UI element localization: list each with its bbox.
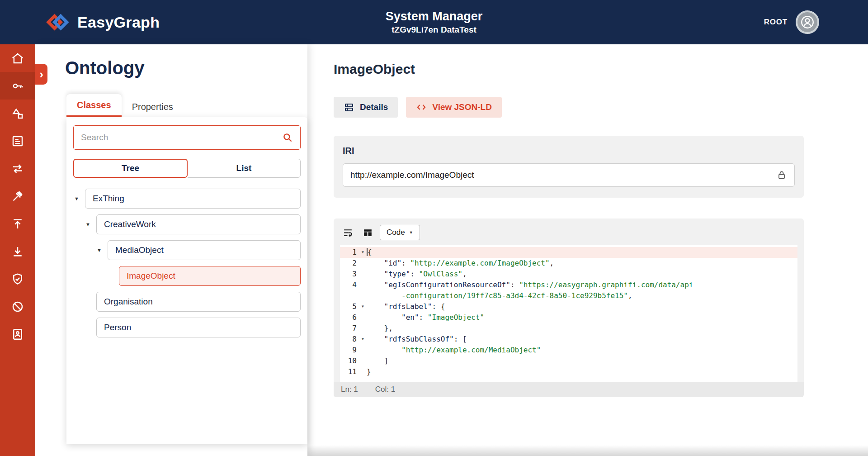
sidebar-item-block[interactable] [0,293,35,320]
line-number [340,290,359,301]
tree-row: ▼CreativeWork [73,214,301,234]
sidebar [0,44,35,456]
class-tree: ▼ExThing▼CreativeWork▼MediaObjectImageOb… [73,189,301,337]
iri-field[interactable]: http://example.com/ImageObject [343,163,795,187]
fold-spacer [359,366,367,377]
code-line[interactable]: 10 ] [340,356,797,366]
editor-mode-label: Code [387,228,405,237]
fold-spacer [359,269,367,280]
sidebar-item-shapes[interactable] [0,100,35,127]
tree-node-imageobject[interactable]: ImageObject [119,266,301,286]
line-number: 4 [340,280,359,290]
fold-spacer [359,345,367,356]
wrap-lines-icon[interactable] [340,226,355,239]
line-number: 8 [340,334,359,345]
tree-caret-icon[interactable]: ▼ [85,222,96,227]
code-line-content: -configuration/19ff7c85-a3d4-42cf-8a50-1… [367,290,797,301]
easygraph-logo-icon [43,11,69,33]
user-label: ROOT [764,18,788,27]
block-icon [11,300,24,314]
header-user-area: ROOT [764,10,868,34]
sidebar-item-key[interactable] [0,72,35,100]
app-subtitle: tZGv9Li7en DataTest [386,25,483,35]
code-line[interactable]: 7 }, [340,323,797,334]
code-line-content: { [367,247,797,258]
code-line[interactable]: 3 "type": "OwlClass", [340,269,797,280]
chevron-down-icon: ▼ [409,230,413,235]
shapes-icon [11,107,24,120]
tree-node-creativework[interactable]: CreativeWork [96,214,301,234]
key-icon [11,79,24,93]
brand-name: EasyGraph [77,14,160,31]
id-badge-icon [11,328,24,341]
editor-toolbar: Code ▼ [340,223,797,245]
sidebar-item-download[interactable] [0,238,35,265]
code-line-content: "http://example.com/MediaObject" [367,345,797,356]
editor-mode-dropdown[interactable]: Code ▼ [380,225,420,240]
code-line[interactable]: 5▼ "rdfsLabel": { [340,301,797,312]
code-line[interactable]: 6 "en": "ImageObject" [340,312,797,323]
status-col: Col: 1 [375,385,395,394]
code-line[interactable]: 11} [340,366,797,377]
toggle-tree[interactable]: Tree [73,159,188,178]
person-icon [800,14,815,30]
tree-node-mediaobject[interactable]: MediaObject [108,240,301,260]
tree-node-organisation[interactable]: Organisation [96,292,301,312]
view-json-ld-button[interactable]: View JSON-LD [406,97,502,118]
panel-expand-button[interactable]: › [35,64,47,85]
sidebar-item-home[interactable] [0,44,35,72]
brand[interactable]: EasyGraph [0,11,160,33]
code-line[interactable]: 4 "egIsConfigurationResourceOf": "https:… [340,280,797,290]
code-line-content: "type": "OwlClass", [367,269,797,280]
lock-icon [776,170,787,180]
chevron-right-icon: › [39,68,43,80]
line-number: 10 [340,356,359,366]
code-line[interactable]: 8▼ "rdfsSubClassOf": [ [340,334,797,345]
upload-icon [11,217,24,231]
sidebar-item-form[interactable] [0,127,35,155]
code-line[interactable]: 2 "id": "http://example.com/ImageObject"… [340,258,797,269]
tree-caret-icon[interactable]: ▼ [96,247,108,253]
sidebar-item-swap-arrows[interactable] [0,155,35,182]
ontology-tabs: Classes Properties [66,94,307,117]
sidebar-item-hammer[interactable] [0,182,35,210]
tree-row: Organisation [73,292,301,312]
fold-icon[interactable]: ▼ [359,334,367,345]
view-json-ld-label: View JSON-LD [432,102,492,112]
tree-node-person[interactable]: Person [96,318,301,337]
details-button[interactable]: Details [334,97,398,118]
tree-caret-icon[interactable]: ▼ [73,196,85,201]
tab-classes[interactable]: Classes [66,94,122,117]
code-line[interactable]: 1▼{ [340,247,797,258]
sidebar-item-shield-check[interactable] [0,265,35,293]
fold-icon[interactable]: ▼ [359,301,367,312]
toggle-list[interactable]: List [188,159,301,178]
tree-node-exthing[interactable]: ExThing [85,189,301,209]
ontology-panel: › Ontology Classes Properties Tree List … [35,44,307,456]
user-avatar[interactable] [796,10,819,34]
home-icon [11,52,24,65]
fold-spacer [359,258,367,269]
sidebar-item-id-badge[interactable] [0,320,35,348]
form-icon [11,134,24,148]
classes-card: Tree List ▼ExThing▼CreativeWork▼MediaObj… [66,117,307,444]
status-line: Ln: 1 [341,385,358,394]
line-number: 2 [340,258,359,269]
fold-spacer [359,356,367,366]
search-icon[interactable] [282,132,293,143]
header-titles: System Manager tZGv9Li7en DataTest [386,10,483,35]
search-input[interactable] [73,125,301,150]
search-box [73,125,301,150]
code-editor[interactable]: 1▼{2 "id": "http://example.com/ImageObje… [340,245,797,382]
code-line[interactable]: 9 "http://example.com/MediaObject" [340,345,797,356]
fold-icon[interactable]: ▼ [359,247,367,258]
code-line[interactable]: -configuration/19ff7c85-a3d4-42cf-8a50-1… [340,290,797,301]
detail-panel: ImageObject Details View JSON-LD IRI htt… [307,44,868,456]
detail-title: ImageObject [334,62,804,77]
app-body: › Ontology Classes Properties Tree List … [0,44,868,456]
download-icon [11,245,24,258]
tab-properties[interactable]: Properties [122,96,184,117]
table-view-icon[interactable] [360,226,375,239]
code-line-content: "rdfsSubClassOf": [ [367,334,797,345]
sidebar-item-upload[interactable] [0,210,35,238]
